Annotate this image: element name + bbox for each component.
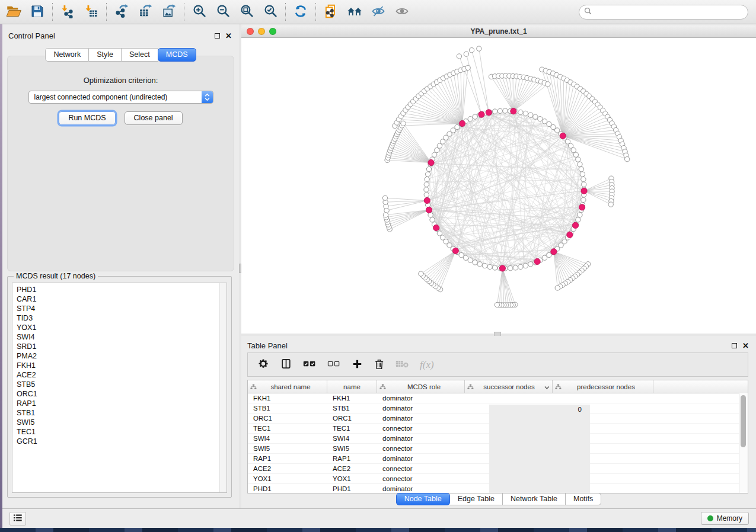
cell-name[interactable]: SWI4	[327, 434, 377, 443]
export-image-button[interactable]	[160, 3, 178, 21]
cell-shared-name[interactable]: ACE2	[248, 464, 327, 473]
cell-shared-name[interactable]: TEC1	[248, 424, 327, 433]
result-node-item[interactable]: RAP1	[17, 399, 227, 408]
export-network-button[interactable]	[113, 3, 130, 21]
cell-MCDS-role[interactable]: dominator	[377, 414, 465, 423]
table-row[interactable]: FKH1FKH1dominator962	[248, 393, 748, 403]
float-control-panel-icon[interactable]	[215, 33, 220, 39]
cell-MCDS-role[interactable]: dominator	[377, 454, 465, 463]
delete-column-button[interactable]	[374, 357, 384, 373]
search-input[interactable]	[595, 7, 743, 17]
table-scrollbar[interactable]	[739, 393, 748, 493]
column-header-shared-name[interactable]: shared name	[248, 380, 327, 393]
table-settings-button[interactable]	[257, 357, 269, 373]
add-column-button[interactable]	[352, 357, 363, 373]
tab-network[interactable]: Network	[45, 48, 89, 62]
panel-list-button[interactable]	[9, 512, 26, 525]
table-row[interactable]: PHD1PHD1dominator180	[248, 484, 748, 493]
cell-MCDS-role[interactable]: dominator	[377, 403, 465, 413]
hide-elements-button[interactable]	[369, 3, 387, 21]
cell-shared-name[interactable]: YOX1	[248, 474, 327, 483]
cell-MCDS-role[interactable]: connector	[377, 464, 465, 473]
result-node-item[interactable]: SWI4	[17, 332, 227, 342]
zoom-out-button[interactable]	[214, 3, 232, 21]
column-layout-button[interactable]	[280, 357, 292, 373]
network-window-titlebar[interactable]: YPA_prune.txt_1	[241, 25, 756, 38]
column-header-successor-nodes[interactable]: successor nodes	[465, 380, 553, 393]
cell-shared-name[interactable]: SWI5	[248, 444, 327, 453]
close-panel-button[interactable]: Close panel	[125, 111, 183, 125]
cell-MCDS-role[interactable]: connector	[377, 444, 465, 453]
close-window-button[interactable]	[247, 28, 254, 35]
result-node-item[interactable]: STP4	[17, 304, 227, 313]
cell-name[interactable]: RAP1	[327, 454, 377, 463]
zoom-in-button[interactable]	[190, 3, 208, 21]
memory-button[interactable]: Memory	[701, 512, 749, 525]
result-node-item[interactable]: ORC1	[17, 389, 227, 399]
network-canvas[interactable]	[241, 38, 756, 334]
cell-name[interactable]: ACE2	[327, 464, 377, 473]
column-header-predecessor-nodes[interactable]: predecessor nodes	[553, 380, 653, 393]
import-table-button[interactable]	[82, 3, 100, 21]
close-control-panel-icon[interactable]: ✕	[225, 32, 232, 40]
result-node-item[interactable]: FKH1	[17, 361, 227, 370]
result-node-item[interactable]: PMA2	[17, 351, 227, 361]
result-node-item[interactable]: TEC1	[17, 427, 227, 437]
table-scrollbar-thumb[interactable]	[741, 395, 746, 447]
import-network-button[interactable]	[59, 3, 76, 21]
open-session-button[interactable]	[5, 3, 23, 21]
tab-motifs[interactable]: Motifs	[566, 493, 601, 505]
mcds-result-list[interactable]: PHD1CAR1STP4TID3YOX1SWI4SRD1PMA2FKH1ACE2…	[12, 283, 227, 493]
cell-MCDS-role[interactable]: connector	[377, 424, 465, 433]
cell-shared-name[interactable]: RAP1	[248, 454, 327, 463]
column-header-name[interactable]: name	[327, 380, 377, 393]
show-elements-button[interactable]	[393, 3, 411, 21]
result-node-item[interactable]: STB5	[17, 380, 227, 389]
export-table-button[interactable]	[136, 3, 154, 21]
cell-name[interactable]: STB1	[327, 403, 377, 413]
close-table-panel-icon[interactable]: ✕	[742, 342, 749, 350]
tab-node-table[interactable]: Node Table	[396, 493, 450, 505]
result-node-item[interactable]: STB1	[17, 408, 227, 418]
tab-mcds[interactable]: MCDS	[158, 48, 196, 62]
cell-MCDS-role[interactable]: dominator	[377, 484, 465, 493]
cell-name[interactable]: YOX1	[327, 474, 377, 483]
refresh-layout-button[interactable]	[292, 3, 310, 21]
cell-shared-name[interactable]: SWI4	[248, 434, 327, 443]
result-node-item[interactable]: PHD1	[17, 285, 227, 294]
cell-MCDS-role[interactable]: dominator	[377, 393, 465, 403]
result-list-scrollbar[interactable]	[219, 283, 227, 492]
cell-shared-name[interactable]: PHD1	[248, 484, 327, 493]
search-box[interactable]	[579, 5, 748, 20]
tab-style[interactable]: Style	[89, 48, 122, 62]
result-node-item[interactable]: YOX1	[17, 323, 227, 332]
float-table-panel-icon[interactable]	[732, 343, 737, 348]
export-document-button[interactable]	[322, 3, 340, 21]
tab-select[interactable]: Select	[122, 48, 158, 62]
deselect-all-checkbox-button[interactable]	[327, 357, 340, 373]
result-node-item[interactable]: SWI5	[17, 418, 227, 427]
tab-edge-table[interactable]: Edge Table	[450, 493, 503, 505]
tab-network-table[interactable]: Network Table	[503, 493, 566, 505]
cell-MCDS-role[interactable]: connector	[377, 474, 465, 483]
result-node-item[interactable]: SRD1	[17, 342, 227, 351]
criterion-dropdown[interactable]: largest connected component (undirected)	[28, 91, 213, 104]
zoom-fit-button[interactable]	[238, 3, 256, 21]
cell-shared-name[interactable]: FKH1	[248, 393, 327, 403]
zoom-window-button[interactable]	[269, 28, 276, 35]
column-header-MCDS-role[interactable]: MCDS role	[377, 380, 465, 393]
cell-MCDS-role[interactable]: dominator	[377, 434, 465, 443]
run-mcds-button[interactable]: Run MCDS	[59, 111, 115, 125]
cell-name[interactable]: SWI5	[327, 444, 377, 453]
save-session-button[interactable]	[28, 3, 46, 21]
cell-name[interactable]: FKH1	[327, 393, 377, 403]
cell-name[interactable]: TEC1	[327, 424, 377, 433]
result-node-item[interactable]: CAR1	[17, 294, 227, 304]
zoom-selected-button[interactable]	[261, 3, 279, 21]
cell-shared-name[interactable]: ORC1	[248, 414, 327, 423]
result-node-item[interactable]: ACE2	[17, 370, 227, 380]
result-node-item[interactable]: TID3	[17, 313, 227, 323]
cell-name[interactable]: ORC1	[327, 414, 377, 423]
select-all-checkbox-button[interactable]	[303, 357, 316, 373]
home-network-button[interactable]	[346, 3, 363, 21]
